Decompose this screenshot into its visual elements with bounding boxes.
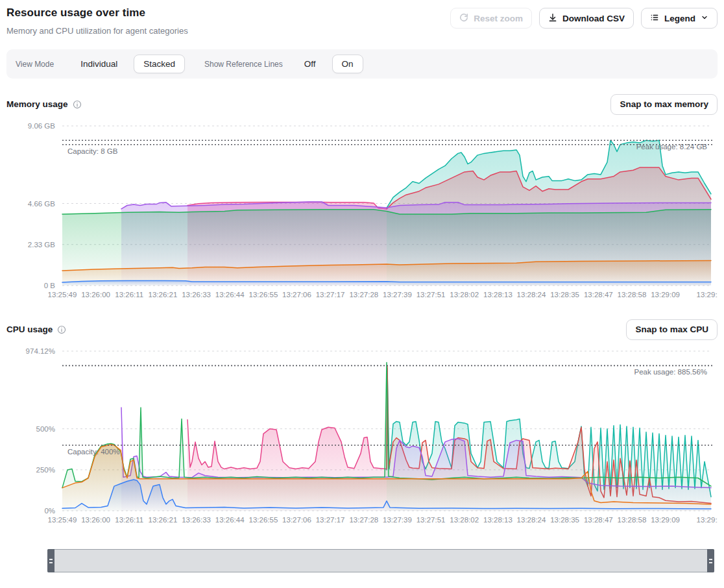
- svg-text:13:27:06: 13:27:06: [282, 516, 311, 524]
- svg-text:13:26:44: 13:26:44: [215, 516, 245, 524]
- page-title: Resource usage over time: [6, 5, 188, 19]
- download-csv-label: Download CSV: [562, 14, 625, 23]
- svg-text:13:28:24: 13:28:24: [517, 516, 546, 524]
- download-icon: [548, 13, 557, 24]
- svg-text:4.66 GB: 4.66 GB: [28, 200, 56, 208]
- svg-text:13:26:00: 13:26:00: [81, 291, 110, 299]
- svg-text:13:29:09: 13:29:09: [651, 516, 680, 524]
- svg-text:13:28:35: 13:28:35: [550, 291, 579, 299]
- chart-controls-bar: View Mode Individual Stacked Show Refere…: [6, 49, 718, 79]
- svg-text:13:28:58: 13:28:58: [618, 291, 647, 299]
- svg-text:250%: 250%: [36, 466, 55, 474]
- svg-text:13:26:55: 13:26:55: [249, 291, 278, 299]
- svg-text:13:26:00: 13:26:00: [81, 516, 110, 524]
- svg-text:13:27:28: 13:27:28: [349, 291, 378, 299]
- svg-text:500%: 500%: [36, 425, 55, 433]
- memory-chart[interactable]: 9.06 GB4.66 GB2.33 GB0 BPeak usage: 8.24…: [6, 118, 718, 304]
- svg-text:13:26:55: 13:26:55: [249, 516, 278, 524]
- svg-text:13:28:47: 13:28:47: [584, 291, 613, 299]
- svg-text:13:28:47: 13:28:47: [584, 516, 613, 524]
- svg-text:13:28:02: 13:28:02: [450, 291, 479, 299]
- svg-text:Capacity: 8 GB: Capacity: 8 GB: [67, 147, 118, 155]
- header-text: Resource usage over time Memory and CPU …: [6, 5, 188, 36]
- memory-title-row: Memory usage: [6, 99, 82, 109]
- svg-text:13:27:51: 13:27:51: [416, 516, 446, 524]
- cpu-info-icon[interactable]: [57, 325, 66, 334]
- svg-text:13:26:33: 13:26:33: [182, 516, 211, 524]
- page-subtitle: Memory and CPU utilization for agent cat…: [6, 26, 188, 36]
- view-mode-stacked[interactable]: Stacked: [134, 55, 185, 73]
- svg-text:13:27:06: 13:27:06: [282, 291, 311, 299]
- svg-text:13:29:24: 13:29:24: [697, 291, 718, 299]
- svg-text:0%: 0%: [44, 507, 55, 515]
- svg-text:13:26:11: 13:26:11: [115, 516, 143, 524]
- svg-text:13:25:49: 13:25:49: [48, 291, 77, 299]
- svg-text:13:29:09: 13:29:09: [651, 291, 680, 299]
- svg-text:Peak usage: 885.56%: Peak usage: 885.56%: [634, 368, 707, 376]
- cpu-title-row: CPU usage: [6, 325, 66, 334]
- svg-text:13:27:28: 13:27:28: [349, 516, 378, 524]
- dashboard: Resource usage over time Memory and CPU …: [0, 0, 724, 578]
- svg-text:13:28:24: 13:28:24: [517, 291, 546, 299]
- svg-text:13:27:51: 13:27:51: [416, 291, 446, 299]
- header-actions: Reset zoom Download CSV Legend: [450, 8, 718, 29]
- cpu-title: CPU usage: [6, 325, 53, 334]
- svg-text:13:27:39: 13:27:39: [383, 516, 412, 524]
- time-range-brush[interactable]: [47, 549, 714, 572]
- reset-zoom-button[interactable]: Reset zoom: [450, 8, 532, 29]
- svg-text:13:26:21: 13:26:21: [149, 516, 178, 524]
- svg-text:9.06 GB: 9.06 GB: [28, 122, 56, 130]
- svg-text:13:25:49: 13:25:49: [48, 516, 77, 524]
- svg-text:0 B: 0 B: [44, 282, 56, 289]
- brush-handle-right[interactable]: [707, 549, 714, 572]
- legend-list-icon: [650, 13, 659, 24]
- cpu-section-header: CPU usage Snap to max CPU: [6, 319, 718, 340]
- svg-text:13:27:17: 13:27:17: [316, 291, 345, 299]
- reference-lines-on[interactable]: On: [332, 55, 363, 73]
- svg-text:13:28:58: 13:28:58: [618, 516, 647, 524]
- svg-text:13:28:13: 13:28:13: [483, 516, 513, 524]
- svg-text:13:27:39: 13:27:39: [383, 291, 412, 299]
- download-csv-button[interactable]: Download CSV: [539, 8, 634, 29]
- reset-icon: [459, 13, 468, 24]
- svg-text:13:26:11: 13:26:11: [115, 291, 143, 299]
- svg-text:13:26:21: 13:26:21: [149, 291, 178, 299]
- svg-text:Capacity: 400%: Capacity: 400%: [67, 448, 120, 456]
- svg-text:13:28:35: 13:28:35: [550, 516, 579, 524]
- svg-text:13:26:44: 13:26:44: [215, 291, 245, 299]
- memory-section-header: Memory usage Snap to max memory: [6, 93, 718, 115]
- cpu-chart[interactable]: 974.12%500%250%0%Peak usage: 885.56%Capa…: [6, 343, 718, 529]
- memory-info-icon[interactable]: [73, 100, 82, 109]
- reference-lines-label: Show Reference Lines: [204, 60, 283, 69]
- svg-text:13:28:13: 13:28:13: [483, 291, 513, 299]
- legend-label: Legend: [664, 14, 695, 23]
- reference-lines-off[interactable]: Off: [295, 55, 326, 73]
- snap-max-memory-button[interactable]: Snap to max memory: [610, 94, 718, 115]
- svg-text:2.33 GB: 2.33 GB: [28, 241, 56, 249]
- chevron-down-icon: [701, 14, 708, 23]
- reset-zoom-label: Reset zoom: [474, 14, 523, 23]
- svg-text:13:29:24: 13:29:24: [697, 516, 718, 524]
- svg-text:13:26:33: 13:26:33: [182, 291, 211, 299]
- legend-button[interactable]: Legend: [641, 8, 718, 29]
- view-mode-label: View Mode: [16, 60, 54, 69]
- memory-title: Memory usage: [6, 99, 68, 109]
- snap-max-cpu-button[interactable]: Snap to max CPU: [626, 319, 718, 340]
- header: Resource usage over time Memory and CPU …: [6, 5, 718, 36]
- svg-text:974.12%: 974.12%: [26, 347, 55, 355]
- svg-text:13:27:17: 13:27:17: [316, 516, 345, 524]
- brush-handle-left[interactable]: [47, 549, 54, 572]
- svg-text:13:28:02: 13:28:02: [450, 516, 479, 524]
- view-mode-individual[interactable]: Individual: [71, 55, 127, 73]
